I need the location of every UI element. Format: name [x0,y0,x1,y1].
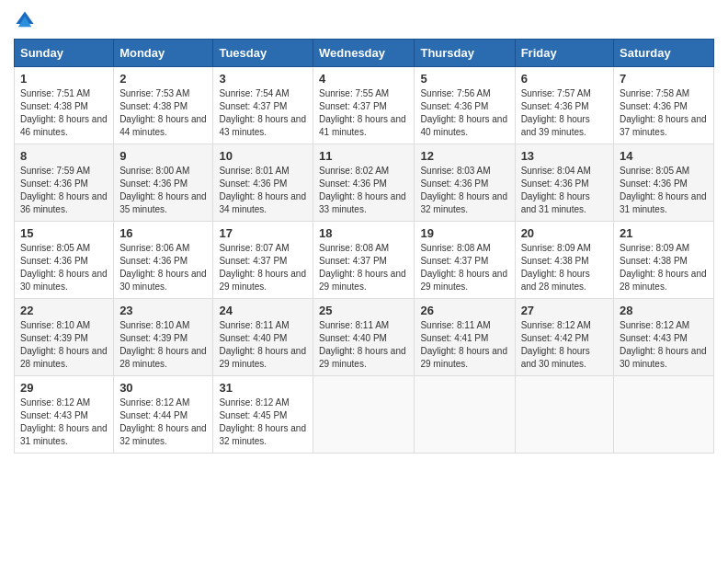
day-number: 13 [521,149,608,163]
day-info: Sunrise: 8:10 AM Sunset: 4:39 PM Dayligh… [20,319,108,371]
logo-icon [14,9,36,31]
day-cell: 27 Sunrise: 8:12 AM Sunset: 4:42 PM Dayl… [515,299,613,376]
day-cell: 8 Sunrise: 7:59 AM Sunset: 4:36 PM Dayli… [15,144,114,222]
week-row-5: 29 Sunrise: 8:12 AM Sunset: 4:43 PM Dayl… [15,376,714,454]
day-number: 7 [620,72,708,86]
day-cell: 12 Sunrise: 8:03 AM Sunset: 4:36 PM Dayl… [415,144,515,222]
day-number: 21 [620,226,708,240]
day-cell: 19 Sunrise: 8:08 AM Sunset: 4:37 PM Dayl… [415,222,515,299]
day-cell: 11 Sunrise: 8:02 AM Sunset: 4:36 PM Dayl… [313,144,415,222]
day-number: 22 [20,304,108,317]
day-cell [415,376,515,454]
day-cell: 6 Sunrise: 7:57 AM Sunset: 4:36 PM Dayli… [515,67,613,144]
day-cell: 22 Sunrise: 8:10 AM Sunset: 4:39 PM Dayl… [15,299,114,376]
day-info: Sunrise: 7:58 AM Sunset: 4:36 PM Dayligh… [620,87,708,139]
day-header-tuesday: Tuesday [213,40,313,67]
day-number: 17 [219,226,307,240]
day-info: Sunrise: 8:01 AM Sunset: 4:36 PM Dayligh… [219,165,307,216]
day-header-wednesday: Wednesday [313,40,415,67]
day-info: Sunrise: 8:09 AM Sunset: 4:38 PM Dayligh… [620,242,708,293]
day-number: 29 [20,381,108,395]
day-info: Sunrise: 8:12 AM Sunset: 4:43 PM Dayligh… [620,319,708,371]
day-cell [313,376,415,454]
day-cell: 2 Sunrise: 7:53 AM Sunset: 4:38 PM Dayli… [114,67,213,144]
day-cell: 20 Sunrise: 8:09 AM Sunset: 4:38 PM Dayl… [515,222,613,299]
day-info: Sunrise: 8:07 AM Sunset: 4:37 PM Dayligh… [219,242,307,293]
day-number: 26 [420,304,508,317]
day-cell: 3 Sunrise: 7:54 AM Sunset: 4:37 PM Dayli… [213,67,313,144]
day-cell: 10 Sunrise: 8:01 AM Sunset: 4:36 PM Dayl… [213,144,313,222]
day-cell: 23 Sunrise: 8:10 AM Sunset: 4:39 PM Dayl… [114,299,213,376]
day-number: 14 [620,149,708,163]
day-cell: 9 Sunrise: 8:00 AM Sunset: 4:36 PM Dayli… [114,144,213,222]
day-number: 9 [119,149,207,163]
day-cell: 30 Sunrise: 8:12 AM Sunset: 4:44 PM Dayl… [114,376,213,454]
day-number: 23 [119,304,207,317]
day-info: Sunrise: 7:56 AM Sunset: 4:36 PM Dayligh… [420,87,508,139]
day-info: Sunrise: 7:55 AM Sunset: 4:37 PM Dayligh… [319,87,408,139]
day-number: 10 [219,149,307,163]
day-cell: 21 Sunrise: 8:09 AM Sunset: 4:38 PM Dayl… [614,222,714,299]
day-info: Sunrise: 8:09 AM Sunset: 4:38 PM Dayligh… [521,242,608,293]
day-info: Sunrise: 7:54 AM Sunset: 4:37 PM Dayligh… [219,87,307,139]
day-cell: 28 Sunrise: 8:12 AM Sunset: 4:43 PM Dayl… [614,299,714,376]
day-header-thursday: Thursday [415,40,515,67]
day-number: 18 [319,226,408,240]
day-number: 27 [521,304,608,317]
day-cell: 13 Sunrise: 8:04 AM Sunset: 4:36 PM Dayl… [515,144,613,222]
day-header-sunday: Sunday [15,40,114,67]
week-row-1: 1 Sunrise: 7:51 AM Sunset: 4:38 PM Dayli… [15,67,714,144]
day-cell: 5 Sunrise: 7:56 AM Sunset: 4:36 PM Dayli… [415,67,515,144]
day-info: Sunrise: 8:05 AM Sunset: 4:36 PM Dayligh… [620,165,708,216]
day-cell: 18 Sunrise: 8:08 AM Sunset: 4:37 PM Dayl… [313,222,415,299]
day-info: Sunrise: 8:10 AM Sunset: 4:39 PM Dayligh… [119,319,207,371]
day-number: 3 [219,72,307,86]
day-info: Sunrise: 8:11 AM Sunset: 4:41 PM Dayligh… [420,319,508,371]
day-number: 6 [521,72,608,86]
day-info: Sunrise: 7:53 AM Sunset: 4:38 PM Dayligh… [119,87,207,139]
day-cell [515,376,613,454]
day-info: Sunrise: 8:12 AM Sunset: 4:43 PM Dayligh… [20,396,108,448]
day-number: 11 [319,149,408,163]
day-number: 8 [20,149,108,163]
day-number: 5 [420,72,508,86]
day-info: Sunrise: 8:06 AM Sunset: 4:36 PM Dayligh… [119,242,207,293]
day-number: 12 [420,149,508,163]
header-row: SundayMondayTuesdayWednesdayThursdayFrid… [15,40,714,67]
day-info: Sunrise: 8:11 AM Sunset: 4:40 PM Dayligh… [319,319,408,371]
day-cell: 24 Sunrise: 8:11 AM Sunset: 4:40 PM Dayl… [213,299,313,376]
day-info: Sunrise: 8:12 AM Sunset: 4:42 PM Dayligh… [521,319,608,371]
week-row-4: 22 Sunrise: 8:10 AM Sunset: 4:39 PM Dayl… [15,299,714,376]
day-cell: 15 Sunrise: 8:05 AM Sunset: 4:36 PM Dayl… [15,222,114,299]
day-cell: 4 Sunrise: 7:55 AM Sunset: 4:37 PM Dayli… [313,67,415,144]
day-cell: 26 Sunrise: 8:11 AM Sunset: 4:41 PM Dayl… [415,299,515,376]
day-cell: 1 Sunrise: 7:51 AM Sunset: 4:38 PM Dayli… [15,67,114,144]
day-number: 1 [20,72,108,86]
day-number: 24 [219,304,307,317]
day-number: 19 [420,226,508,240]
logo [14,9,40,31]
week-row-3: 15 Sunrise: 8:05 AM Sunset: 4:36 PM Dayl… [15,222,714,299]
day-number: 31 [219,381,307,395]
day-number: 30 [119,381,207,395]
day-info: Sunrise: 7:57 AM Sunset: 4:36 PM Dayligh… [521,87,608,139]
day-cell: 14 Sunrise: 8:05 AM Sunset: 4:36 PM Dayl… [614,144,714,222]
day-number: 4 [319,72,408,86]
day-info: Sunrise: 8:00 AM Sunset: 4:36 PM Dayligh… [119,165,207,216]
day-number: 15 [20,226,108,240]
day-info: Sunrise: 8:12 AM Sunset: 4:45 PM Dayligh… [219,396,307,448]
header [14,9,714,31]
day-info: Sunrise: 8:12 AM Sunset: 4:44 PM Dayligh… [119,396,207,448]
day-info: Sunrise: 8:08 AM Sunset: 4:37 PM Dayligh… [420,242,508,293]
calendar-table: SundayMondayTuesdayWednesdayThursdayFrid… [14,39,714,454]
day-number: 25 [319,304,408,317]
day-info: Sunrise: 7:51 AM Sunset: 4:38 PM Dayligh… [20,87,108,139]
day-cell: 25 Sunrise: 8:11 AM Sunset: 4:40 PM Dayl… [313,299,415,376]
day-header-friday: Friday [515,40,613,67]
day-cell [614,376,714,454]
day-info: Sunrise: 8:02 AM Sunset: 4:36 PM Dayligh… [319,165,408,216]
day-cell: 31 Sunrise: 8:12 AM Sunset: 4:45 PM Dayl… [213,376,313,454]
day-info: Sunrise: 8:08 AM Sunset: 4:37 PM Dayligh… [319,242,408,293]
day-number: 2 [119,72,207,86]
day-header-saturday: Saturday [614,40,714,67]
